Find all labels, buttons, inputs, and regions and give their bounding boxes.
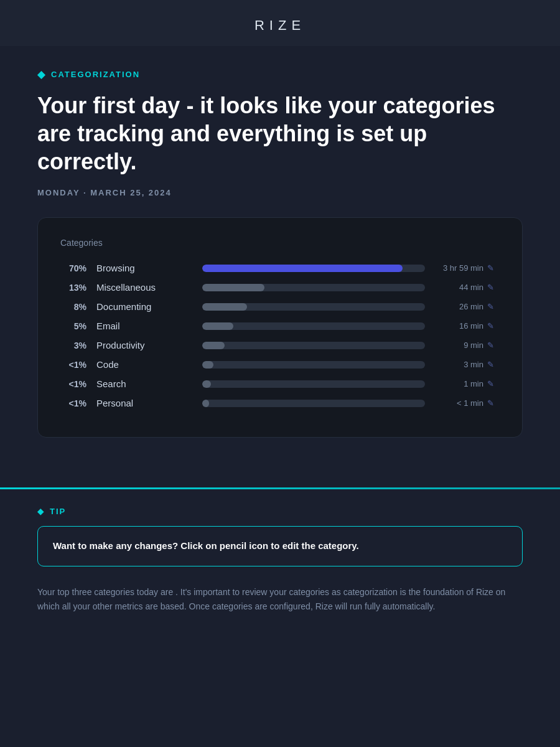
tip-box: Want to make any changes? Click on penci…: [37, 526, 523, 566]
category-pct: 13%: [60, 283, 96, 293]
edit-icon[interactable]: ✎: [487, 302, 500, 311]
category-bar-container: [202, 342, 425, 349]
categories-card: Categories 70% Browsing 3 hr 59 min ✎ 13…: [37, 217, 523, 438]
category-row: 8% Documenting 26 min ✎: [60, 301, 500, 312]
category-pct: <1%: [60, 379, 96, 389]
tip-section: ◆ TIP Want to make any changes? Click on…: [0, 489, 560, 627]
category-row: 5% Email 16 min ✎: [60, 321, 500, 331]
category-bar-container: [202, 380, 425, 388]
category-bar-container: [202, 361, 425, 369]
page-title: Your first day - it looks like your cate…: [37, 92, 510, 176]
category-name: Productivity: [96, 340, 190, 350]
tip-bottom-text: Your top three categories today are . It…: [37, 585, 523, 627]
category-time: 16 min: [437, 321, 487, 331]
category-row: 3% Productivity 9 min ✎: [60, 340, 500, 350]
category-pct: 5%: [60, 321, 96, 331]
category-row: 13% Miscellaneous 44 min ✎: [60, 282, 500, 293]
tip-diamond-icon: ◆: [37, 507, 45, 516]
category-time: 44 min: [437, 283, 487, 292]
category-bar-container: [202, 400, 425, 407]
edit-icon[interactable]: ✎: [487, 341, 500, 350]
category-name: Search: [96, 378, 190, 389]
category-name: Code: [96, 359, 190, 370]
category-bar-track: [202, 284, 425, 291]
app-title: RIZE: [254, 17, 306, 33]
category-row: 70% Browsing 3 hr 59 min ✎: [60, 263, 500, 273]
categories-list: 70% Browsing 3 hr 59 min ✎ 13% Miscellan…: [60, 263, 500, 408]
category-pct: 3%: [60, 341, 96, 350]
tip-label-text: TIP: [50, 507, 66, 516]
category-row: <1% Personal < 1 min ✎: [60, 398, 500, 408]
category-name: Personal: [96, 398, 190, 408]
category-row: <1% Code 3 min ✎: [60, 359, 500, 370]
category-pct: <1%: [60, 398, 96, 408]
edit-icon[interactable]: ✎: [487, 263, 500, 273]
category-time: 1 min: [437, 379, 487, 388]
category-time: 9 min: [437, 341, 487, 350]
edit-icon[interactable]: ✎: [487, 283, 500, 292]
category-bar-track: [202, 400, 425, 407]
category-bar-track: [202, 342, 425, 349]
edit-icon[interactable]: ✎: [487, 379, 500, 388]
edit-icon[interactable]: ✎: [487, 321, 500, 331]
category-bar-container: [202, 303, 425, 311]
category-pct: 70%: [60, 263, 96, 273]
app-header: RIZE: [0, 0, 560, 46]
category-bar-container: [202, 265, 425, 272]
category-bar-fill: [202, 322, 233, 330]
category-time: 3 min: [437, 360, 487, 369]
tip-label: ◆ TIP: [37, 507, 523, 516]
category-bar-fill: [202, 284, 264, 291]
category-bar-track: [202, 322, 425, 330]
category-bar-container: [202, 322, 425, 330]
edit-icon[interactable]: ✎: [487, 398, 500, 408]
category-name: Documenting: [96, 301, 190, 312]
category-bar-fill: [202, 400, 209, 407]
category-bar-track: [202, 303, 425, 311]
category-name: Miscellaneous: [96, 282, 190, 293]
section-label-text: CATEGORIZATION: [51, 70, 140, 79]
tip-box-text: Want to make any changes? Click on penci…: [53, 539, 507, 553]
category-bar-fill: [202, 303, 247, 311]
category-bar-track: [202, 380, 425, 388]
category-name: Browsing: [96, 263, 190, 273]
category-row: <1% Search 1 min ✎: [60, 378, 500, 389]
diamond-icon: ◆: [37, 68, 46, 80]
category-time: < 1 min: [437, 398, 487, 408]
category-bar-fill: [202, 265, 403, 272]
edit-icon[interactable]: ✎: [487, 360, 500, 369]
category-bar-fill: [202, 361, 213, 369]
categories-heading: Categories: [60, 238, 500, 248]
category-bar-container: [202, 284, 425, 291]
category-time: 26 min: [437, 302, 487, 311]
date-line: MONDAY · MARCH 25, 2024: [37, 188, 523, 197]
category-bar-fill: [202, 380, 211, 388]
category-pct: 8%: [60, 302, 96, 312]
category-bar-track: [202, 265, 425, 272]
category-time: 3 hr 59 min: [437, 263, 487, 273]
categorization-section-label: ◆ CATEGORIZATION: [37, 68, 523, 80]
main-content: ◆ CATEGORIZATION Your first day - it loo…: [0, 46, 560, 487]
category-bar-fill: [202, 342, 225, 349]
category-bar-track: [202, 361, 425, 369]
category-name: Email: [96, 321, 190, 331]
category-pct: <1%: [60, 360, 96, 370]
